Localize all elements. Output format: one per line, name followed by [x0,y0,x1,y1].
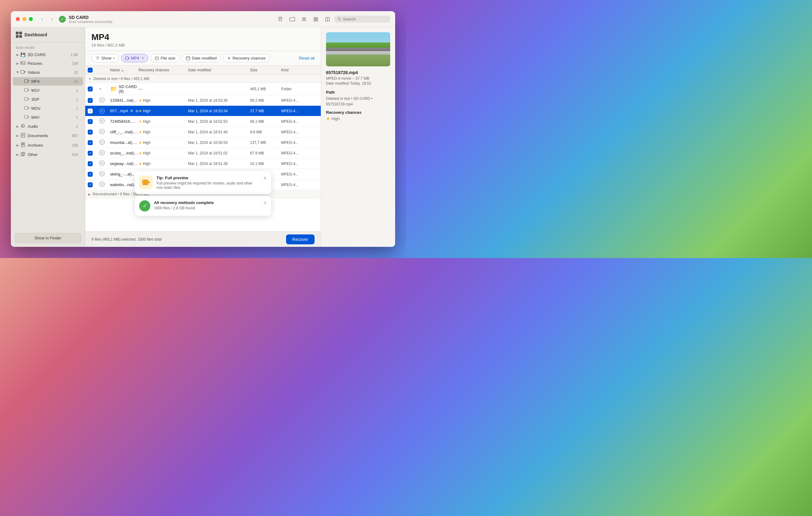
filter-bar: Show ▾ MP4 ✕ File size [85,51,321,66]
preview-eye-icon: 👁 [130,109,134,113]
search-input[interactable] [343,17,387,21]
sidebar-item-other-count: 634 [72,153,78,157]
mp4-filter-close-icon[interactable]: ✕ [141,56,144,60]
sidebar-item-documents[interactable]: ▶ Documents 667 [13,131,83,140]
file-checkbox-0[interactable]: ✓ [88,98,93,103]
sidebar-item-videos[interactable]: ▶ Videos 22 [13,68,83,77]
sidebar-item-m1v-label: M1V [31,88,76,93]
folder-name-label: SD CARD (9) [119,84,139,93]
file-checkbox-3[interactable]: ✓ [88,130,93,135]
sidebar-item-audio[interactable]: ▶ Audio 2 [13,122,83,131]
sidebar-item-sdcard[interactable]: ▶ 💾 SD CARD 1,6K [13,51,83,59]
search-bar[interactable] [335,16,390,23]
success-close-button[interactable]: ✕ [263,200,267,205]
other-icon [20,152,26,157]
sidebar-item-mov[interactable]: MOV 1 [13,104,83,113]
svg-rect-20 [25,88,28,91]
header-name[interactable]: Name ▲ [110,68,139,72]
file-kind-6: MPEG-4... [281,162,318,166]
tip-close-button[interactable]: ✕ [263,175,267,181]
file-checkbox-5[interactable]: ✓ [88,151,93,156]
file-row[interactable]: ✓ cliff_-_...inal).mp4 ★High Mar 1, 2024… [85,127,321,137]
file-checkbox-2[interactable]: ✓ [88,119,93,124]
file-recovery-3: ★High [139,130,188,134]
file-name-7: skiing_-...al).mp4 [110,172,139,176]
header-date-modified: Date modified [188,68,250,72]
video-file-icon [99,108,105,114]
sidebar-item-audio-count: 2 [76,124,78,129]
file-icon-cell-2 [99,118,110,125]
folder-name-cell: 📁 SD CARD (9) [110,84,139,93]
film-icon [142,178,150,187]
file-row[interactable]: ✓ mountai...al).mp4 ★High Mar 1, 2024 at… [85,137,321,148]
file-checkbox-1[interactable]: ✓ [88,109,93,113]
file-row[interactable]: ✓ 657...mp4 👁 ⊕ ★ [85,106,321,116]
chevron-icon: ▶ [17,134,19,137]
recovery-chances-filter-button[interactable]: ★ Recovery chances [223,54,270,62]
svg-point-66 [101,183,103,185]
sidebar-item-archives[interactable]: ▶ Archives 106 [13,141,83,150]
sidebar-item-m1v[interactable]: M1V 1 [13,86,83,94]
minimize-button[interactable] [22,17,26,21]
sidebar-item-mp4[interactable]: MP4 18 [13,77,83,86]
detail-type: MPEG-4 movie – 37,7 MB [326,76,390,81]
dashboard-button[interactable]: Dashboard [11,27,85,43]
split-view-icon[interactable] [323,14,332,24]
folder-chevron-icon: ▼ [99,87,102,90]
sidebar-item-pictures[interactable]: ▶ Pictures 169 [13,59,83,67]
file-icon-cell-7 [99,170,110,178]
file-row[interactable]: ✓ 133841...nal).mp4 ★ High [85,95,321,106]
close-button[interactable] [16,17,20,21]
sidebar-item-m4v[interactable]: M4V 1 [13,113,83,121]
svg-line-13 [340,20,341,21]
forward-button[interactable]: › [48,15,56,24]
file-row[interactable]: ✓ segway...nal).mp4 ★High Mar 1, 2024 at… [85,159,321,169]
fullscreen-button[interactable] [29,17,33,21]
select-all-checkbox[interactable]: — [88,67,93,73]
file-size-filter-button[interactable]: File size [151,54,179,62]
date-filter-icon [186,56,190,60]
svg-point-58 [101,141,103,143]
new-file-icon[interactable] [276,14,285,24]
svg-point-51 [99,109,105,113]
detail-date: Date modified Today, 18:53 [326,81,390,86]
sidebar-item-pictures-count: 169 [72,61,78,66]
tip-banner: Tip: Full preview Full preview might be … [135,171,271,194]
svg-rect-24 [25,106,28,109]
header-checkbox-cell: — [88,67,99,73]
file-kind-1: MPEG-4... [281,109,318,113]
file-row[interactable]: ✓ scuba_...inal).mp4 ★High Mar 1, 2024 a… [85,148,321,159]
list-view-icon[interactable] [299,14,309,24]
svg-point-60 [101,152,103,154]
show-filter-button[interactable]: Show ▾ [91,54,119,62]
file-row[interactable]: ✓ 724858416.mp4 ★ High Mar [85,116,321,127]
detail-path-value: Deleted or lost • SD CARD • 657518728.mp… [326,96,390,107]
file-checkbox-4[interactable]: ✓ [88,140,93,145]
sidebar-item-3gp[interactable]: 3GP 1 [13,95,83,104]
folder-checkbox[interactable]: ✓ [88,86,93,91]
mp4-filter-button[interactable]: MP4 ✕ [121,54,148,62]
chevron-icon: ▶ [17,53,19,56]
back-button[interactable]: ‹ [38,15,47,24]
folder-icon[interactable] [287,14,297,24]
deleted-group-row[interactable]: ▼ Deleted or lost • 9 files / 465,1 MB [85,75,321,83]
reset-all-button[interactable]: Reset all [299,56,315,60]
show-in-finder-button[interactable]: Show in Finder [14,233,81,243]
window-title: SD CARD [69,15,276,20]
recover-button[interactable]: Recover [286,235,315,244]
star-icon: ★ [139,151,142,155]
detail-star-icon: ★ [326,116,330,121]
star-icon: ★ [139,119,142,124]
grid-view-icon[interactable] [311,14,321,24]
svg-point-62 [101,162,103,164]
table-header: — Name ▲ Recovery chances Date modified … [85,66,321,75]
date-modified-filter-button[interactable]: Date modified [182,54,221,62]
file-checkbox-7[interactable]: ✓ [88,172,93,177]
sidebar-item-other[interactable]: ▶ Other 634 [13,151,83,159]
file-kind-4: MPEG-4... [281,140,318,145]
file-checkbox-6[interactable]: ✓ [88,161,93,166]
sdcard-folder-row[interactable]: ✓ ▼ 📁 SD CARD (9) — 465,1 MB Folder [85,83,321,95]
file-name-8: wakebo...nal).mp4 [110,182,139,187]
file-checkbox-8[interactable]: ✓ [88,182,93,187]
title-info: SD CARD Scan completed successfully [69,15,276,24]
